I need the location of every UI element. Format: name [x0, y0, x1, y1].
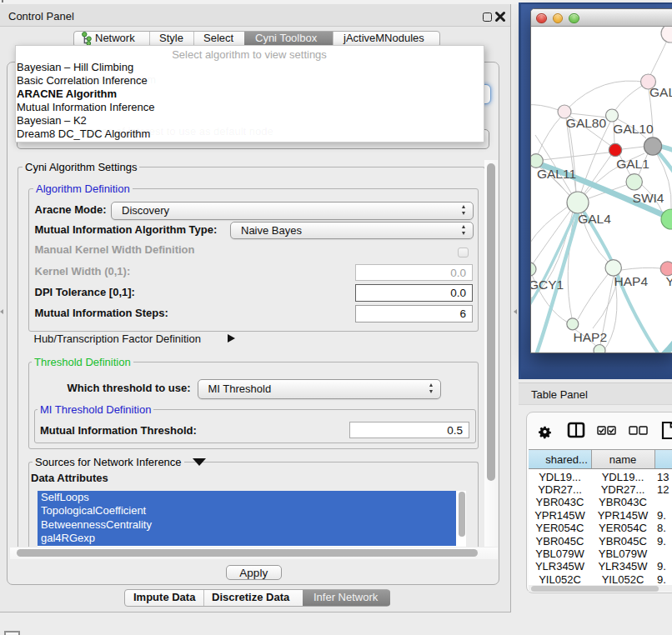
svg-text:YM: YM [666, 274, 672, 288]
svg-text:GAL10: GAL10 [613, 122, 654, 136]
svg-text:HAP2: HAP2 [574, 330, 608, 344]
svg-text:HAP4: HAP4 [614, 274, 649, 288]
svg-text:GAL2: GAL2 [649, 85, 672, 99]
svg-text:GAL4: GAL4 [578, 212, 611, 226]
svg-text:SWI4: SWI4 [633, 191, 664, 205]
svg-text:GAL11: GAL11 [537, 167, 576, 181]
svg-text:GCY1: GCY1 [531, 278, 564, 292]
svg-text:GAL1: GAL1 [616, 157, 649, 171]
svg-text:GAL80: GAL80 [566, 116, 607, 130]
